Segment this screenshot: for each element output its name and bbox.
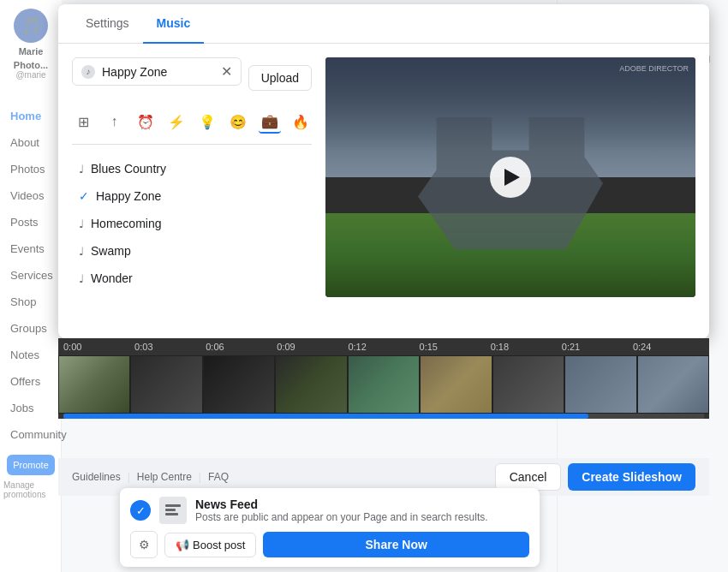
faq-link[interactable]: FAQ [208,471,229,483]
music-name-happy-zone: Happy Zone [96,189,161,203]
search-clear-button[interactable]: ✕ [221,63,232,80]
icon-toolbar: ⊞ ↑ ⏰ ⚡ 💡 😊 💼 🔥 [72,110,312,145]
share-actions: ⚙ 📢 Boost post Share Now [130,531,529,558]
emoji-icon[interactable]: 😊 [227,110,249,134]
ts-3: 0:09 [277,342,348,352]
search-row: ♪ Happy Zone ✕ Upload [72,57,312,98]
timeline-thumbnails[interactable] [58,355,709,414]
modal-left-panel: ♪ Happy Zone ✕ Upload ⊞ ↑ ⏰ ⚡ 💡 😊 💼 🔥 [72,57,312,297]
cancel-button[interactable]: Cancel [495,463,562,491]
video-play-button[interactable] [490,157,531,198]
music-item-blues-country[interactable]: ♩ Blues Country [72,157,312,181]
ts-5: 0:15 [420,342,491,352]
music-item-happy-zone[interactable]: ✓ Happy Zone [72,184,312,208]
thumb-1[interactable] [58,355,130,414]
music-list: ♩ Blues Country ✓ Happy Zone ♩ Homecomin… [72,157,312,290]
play-triangle-icon [504,169,520,186]
boost-post-button[interactable]: 📢 Boost post [164,533,256,557]
timeline-scrubber[interactable] [63,414,704,419]
music-note-icon-2: ♩ [79,217,84,230]
music-item-homecoming[interactable]: ♩ Homecoming [72,212,312,235]
thumb-2[interactable] [130,355,202,414]
ts-0: 0:00 [63,342,134,352]
video-preview: ADOBE DIRECTOR [325,57,695,297]
music-name-homecoming: Homecoming [91,217,161,230]
tab-music[interactable]: Music [143,4,205,44]
news-feed-title: News Feed [195,498,488,511]
music-item-swamp[interactable]: ♩ Swamp [72,239,312,263]
ts-6: 0:18 [491,342,562,352]
gear-icon: ⚙ [139,538,150,551]
fire-icon[interactable]: 🔥 [289,110,312,134]
slideshow-modal: Settings Music ♪ Happy Zone ✕ Upload ⊞ ↑… [58,4,709,338]
check-circle-icon: ✓ [130,500,151,521]
music-note-icon-3: ♩ [79,245,84,258]
news-feed-text: News Feed Posts are public and appear on… [195,498,488,523]
tab-settings[interactable]: Settings [72,4,143,44]
create-slideshow-button[interactable]: Create Slideshow [568,463,695,491]
music-name-blues-country: Blues Country [91,162,166,176]
boost-icon: 📢 [176,539,189,551]
ts-7: 0:21 [562,342,633,352]
thumb-6[interactable] [420,355,492,414]
music-name-swamp: Swamp [91,244,131,258]
bottom-links: Guidelines | Help Centre | FAQ [72,471,229,483]
trending-icon[interactable]: ↑ [103,110,125,134]
svg-rect-0 [165,504,181,507]
ts-2: 0:06 [206,342,277,352]
share-bar: ✓ News Feed Posts are public and appear … [120,488,540,567]
grid-icon[interactable]: ⊞ [72,110,94,134]
briefcase-icon[interactable]: 💼 [259,110,281,134]
bulb-icon[interactable]: 💡 [196,110,218,134]
sep-1: | [128,471,130,483]
sep-2: | [199,471,201,483]
music-search-bar[interactable]: ♪ Happy Zone ✕ [72,57,242,86]
video-watermark: ADOBE DIRECTOR [619,64,689,73]
thumb-4[interactable] [275,355,347,414]
timeline-section: 0:00 0:03 0:06 0:09 0:12 0:15 0:18 0:21 … [58,338,709,419]
news-feed-icon [159,497,187,524]
music-note-icon: ♪ [81,65,95,79]
music-item-wonder[interactable]: ♩ Wonder [72,266,312,290]
settings-button[interactable]: ⚙ [130,531,158,558]
share-now-button[interactable]: Share Now [263,532,529,557]
boost-label: Boost post [193,539,245,551]
thumb-7[interactable] [492,355,564,414]
clock-icon[interactable]: ⏰ [134,110,157,134]
ts-1: 0:03 [134,342,206,352]
music-check-icon: ✓ [79,189,89,203]
music-note-icon-1: ♩ [79,163,84,176]
thumb-8[interactable] [564,355,636,414]
lightning-icon[interactable]: ⚡ [165,110,188,134]
thumb-5[interactable] [348,355,420,414]
news-feed-desc: Posts are public and appear on your Page… [195,511,488,523]
ts-4: 0:12 [348,342,419,352]
guidelines-link[interactable]: Guidelines [72,471,121,483]
thumb-9[interactable] [637,355,709,414]
news-feed-row: ✓ News Feed Posts are public and appear … [130,497,529,524]
upload-button[interactable]: Upload [248,65,312,91]
svg-rect-1 [165,509,176,511]
help-centre-link[interactable]: Help Centre [137,471,192,483]
bottom-actions: Cancel Create Slideshow [495,463,695,491]
timeline-timestamps: 0:00 0:03 0:06 0:09 0:12 0:15 0:18 0:21 … [58,338,709,355]
scrubber-fill [63,414,588,419]
music-name-wonder: Wonder [91,271,133,285]
search-value: Happy Zone [102,65,214,79]
modal-tabs: Settings Music [58,4,709,44]
svg-rect-2 [165,513,178,515]
modal-body: ♪ Happy Zone ✕ Upload ⊞ ↑ ⏰ ⚡ 💡 😊 💼 🔥 [58,44,709,311]
ts-8: 0:24 [633,342,704,352]
thumb-3[interactable] [203,355,275,414]
music-note-icon-4: ♩ [79,272,84,285]
video-preview-container: ADOBE DIRECTOR [325,57,695,297]
